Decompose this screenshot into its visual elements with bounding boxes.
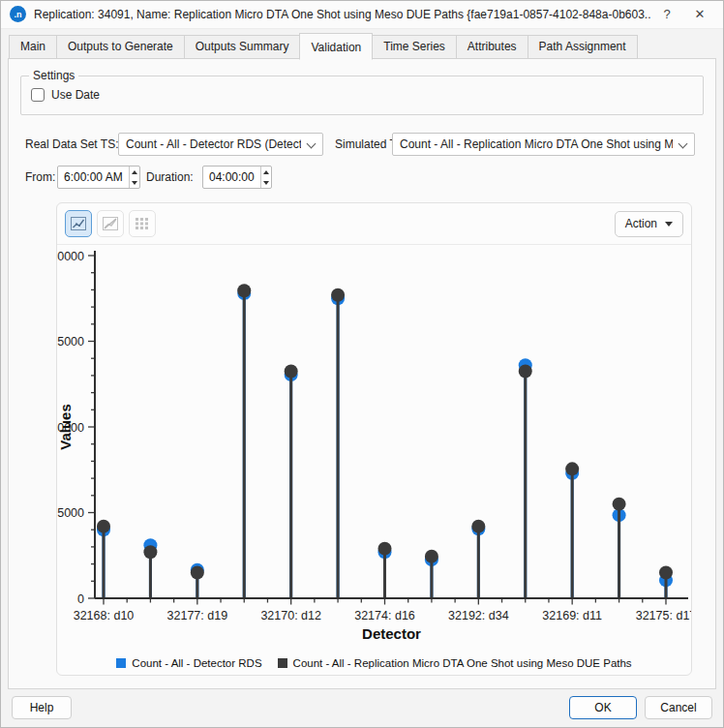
data-point[interactable] bbox=[378, 542, 392, 556]
data-point[interactable] bbox=[237, 284, 251, 297]
stem-plot-view-button[interactable] bbox=[65, 210, 92, 237]
x-tick-label: 32169: d11 bbox=[542, 609, 602, 622]
legend-item-0: Count - All - Detector RDS bbox=[116, 657, 261, 669]
stem-plot-alt-view-icon bbox=[103, 217, 118, 230]
tab-main[interactable]: Main bbox=[9, 35, 57, 59]
chart-axes: 0500010000150002000032168: d1032177: d19… bbox=[57, 250, 691, 623]
tab-path-assignment[interactable]: Path Assignment bbox=[528, 35, 638, 59]
legend-swatch-icon bbox=[116, 658, 126, 668]
data-point[interactable] bbox=[425, 550, 438, 563]
close-icon[interactable]: ✕ bbox=[683, 1, 716, 28]
validation-chart-panel: Action 0500010000150002000032168: d10321… bbox=[56, 202, 692, 676]
series-1-stems bbox=[97, 284, 673, 597]
caret-down-icon bbox=[665, 222, 673, 227]
spinner-buttons bbox=[260, 167, 271, 188]
simulated-ts-combobox[interactable]: Count - All - Replication Micro DTA One … bbox=[392, 133, 695, 156]
data-point[interactable] bbox=[613, 498, 626, 511]
spin-up-icon[interactable] bbox=[261, 167, 271, 177]
use-date-row[interactable]: Use Date bbox=[31, 88, 100, 102]
data-point[interactable] bbox=[519, 364, 532, 378]
help-titlebar-button[interactable]: ? bbox=[650, 1, 683, 28]
from-label: From: bbox=[25, 166, 55, 189]
use-date-label: Use Date bbox=[51, 88, 100, 102]
stem-chart[interactable]: 0500010000150002000032168: d1032177: d19… bbox=[57, 246, 691, 655]
duration-spinbox[interactable]: 04:00:00 bbox=[202, 166, 272, 189]
stem-plot-view-icon bbox=[71, 217, 86, 230]
duration-label: Duration: bbox=[146, 166, 194, 189]
help-button[interactable]: Help bbox=[12, 696, 72, 719]
from-time-value: 6:00:00 AM bbox=[58, 167, 129, 188]
action-menu-button[interactable]: Action bbox=[615, 211, 683, 237]
app-logo-icon: .n bbox=[10, 6, 26, 22]
chevron-down-icon bbox=[679, 139, 688, 149]
x-tick-label: 32177: d19 bbox=[167, 609, 228, 622]
real-data-set-value: Count - All - Detector RDS (Detector) bbox=[126, 137, 301, 151]
data-point[interactable] bbox=[97, 520, 110, 533]
validation-tab-page: Settings Use Date Real Data Set TS: Coun… bbox=[8, 58, 716, 689]
x-axis-title: Detector bbox=[362, 625, 421, 642]
tab-outputs-summary[interactable]: Outputs Summary bbox=[184, 35, 301, 59]
data-point[interactable] bbox=[331, 288, 345, 302]
tab-outputs-to-generate[interactable]: Outputs to Generate bbox=[56, 35, 185, 59]
data-point[interactable] bbox=[565, 462, 579, 475]
ok-button[interactable]: OK bbox=[569, 696, 637, 719]
y-tick-label: 0 bbox=[77, 592, 84, 606]
x-tick-label: 32170: d12 bbox=[260, 609, 321, 622]
chevron-down-icon bbox=[307, 139, 317, 149]
spin-up-icon[interactable] bbox=[130, 167, 139, 177]
chart-toolbar: Action bbox=[57, 203, 691, 245]
y-axis-title: Values bbox=[57, 404, 74, 450]
settings-group-title: Settings bbox=[29, 69, 78, 82]
real-data-set-label: Real Data Set TS: bbox=[25, 133, 119, 156]
action-button-label: Action bbox=[625, 217, 657, 230]
chart-legend: Count - All - Detector RDSCount - All - … bbox=[57, 654, 691, 672]
x-tick-label: 32192: d34 bbox=[448, 609, 509, 622]
data-point[interactable] bbox=[143, 545, 157, 559]
x-tick-label: 32174: d16 bbox=[354, 609, 415, 622]
tab-attributes[interactable]: Attributes bbox=[456, 35, 528, 59]
table-view-button bbox=[129, 210, 156, 237]
legend-label: Count - All - Detector RDS bbox=[132, 657, 261, 669]
x-tick-label: 32175: d17 bbox=[636, 609, 691, 622]
from-time-spinbox[interactable]: 6:00:00 AM bbox=[57, 166, 140, 189]
tab-time-series[interactable]: Time Series bbox=[372, 35, 457, 59]
spinner-buttons bbox=[129, 167, 139, 188]
data-point[interactable] bbox=[471, 520, 485, 533]
spin-down-icon[interactable] bbox=[261, 177, 271, 188]
x-tick-label: 32168: d10 bbox=[74, 609, 135, 622]
data-point[interactable] bbox=[659, 565, 673, 579]
stem-plot-alt-view-button bbox=[97, 210, 124, 237]
data-point[interactable] bbox=[191, 565, 204, 579]
simulated-ts-value: Count - All - Replication Micro DTA One … bbox=[400, 137, 673, 151]
y-tick-label: 20000 bbox=[57, 250, 84, 263]
spin-down-icon[interactable] bbox=[130, 177, 139, 188]
settings-groupbox: Settings Use Date bbox=[20, 76, 704, 115]
window-title: Replication: 34091, Name: Replication Mi… bbox=[34, 8, 650, 21]
y-tick-label: 5000 bbox=[57, 506, 84, 520]
real-data-set-combobox[interactable]: Count - All - Detector RDS (Detector) bbox=[118, 133, 323, 156]
legend-swatch-icon bbox=[278, 658, 287, 668]
duration-value: 04:00:00 bbox=[203, 167, 260, 188]
tab-validation[interactable]: Validation bbox=[299, 33, 373, 60]
y-tick-label: 15000 bbox=[57, 335, 84, 349]
use-date-checkbox[interactable] bbox=[31, 88, 45, 102]
cancel-button[interactable]: Cancel bbox=[645, 696, 712, 719]
tab-bar: MainOutputs to GenerateOutputs SummaryVa… bbox=[9, 33, 715, 59]
title-bar: .n Replication: 34091, Name: Replication… bbox=[0, 0, 724, 29]
legend-label: Count - All - Replication Micro DTA One … bbox=[293, 657, 632, 669]
table-view-icon bbox=[135, 217, 150, 230]
data-point[interactable] bbox=[285, 364, 298, 378]
legend-item-1: Count - All - Replication Micro DTA One … bbox=[278, 657, 632, 669]
